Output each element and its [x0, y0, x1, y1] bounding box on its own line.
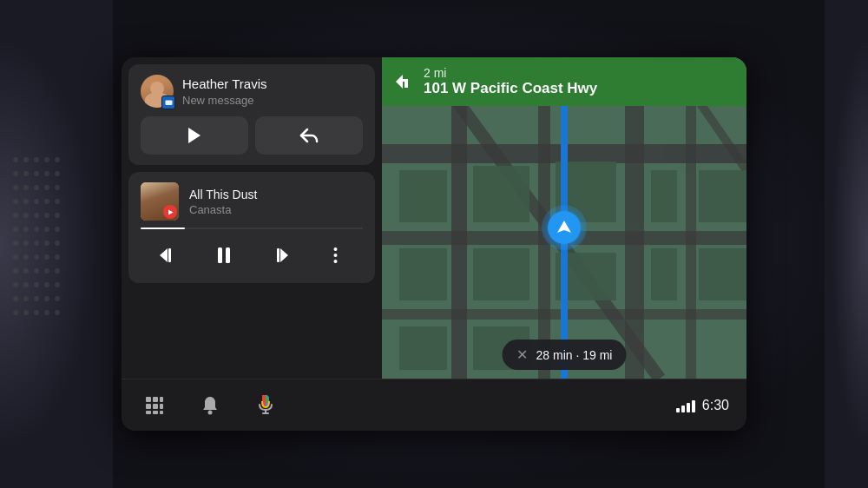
svg-rect-23: [473, 166, 529, 222]
more-icon: [333, 247, 338, 264]
svg-point-11: [333, 260, 337, 263]
svg-rect-42: [153, 404, 158, 409]
svg-marker-37: [557, 221, 571, 233]
next-button[interactable]: [262, 238, 297, 273]
music-badge-icon: [167, 208, 174, 216]
svg-rect-5: [218, 247, 222, 263]
message-badge: [161, 96, 175, 109]
speaker-grille: [13, 157, 82, 331]
bell-icon: [201, 395, 219, 416]
svg-rect-41: [146, 404, 151, 409]
time-display: 6:30: [702, 398, 729, 413]
pause-button[interactable]: [207, 238, 241, 273]
turn-arrow-icon: [391, 69, 415, 94]
status-area: 6:30: [676, 398, 729, 413]
svg-rect-26: [473, 248, 529, 300]
play-icon: [187, 127, 202, 144]
svg-rect-29: [699, 170, 746, 222]
marker-inner: [548, 211, 581, 244]
song-title: All This Dust: [189, 188, 363, 201]
svg-marker-1: [188, 128, 201, 143]
nav-header: 2 mi 101 W Pacific Coast Hwy: [382, 57, 746, 106]
left-panel: Heather Travis New message: [122, 57, 382, 379]
eta-separator: ·: [575, 348, 582, 362]
eta-info: 28 min · 19 mi: [536, 348, 613, 362]
svg-rect-46: [160, 411, 163, 414]
signal-bar-4: [692, 400, 695, 412]
nav-left: [139, 390, 281, 421]
svg-marker-7: [280, 248, 288, 262]
play-message-button[interactable]: [141, 116, 248, 155]
svg-rect-4: [168, 248, 171, 262]
screen-main: Heather Travis New message: [122, 57, 746, 379]
previous-icon: [159, 247, 178, 263]
svg-point-9: [333, 247, 337, 251]
nav-street: 101 W Pacific Coast Hwy: [424, 80, 734, 97]
eta-time: 28 min: [536, 348, 573, 362]
more-button[interactable]: [318, 238, 352, 273]
signal-bar-3: [687, 403, 690, 412]
album-art: [141, 182, 179, 221]
marker-outer: [542, 205, 587, 250]
apps-grid-icon: [145, 396, 164, 415]
notification-card: Heather Travis New message: [128, 64, 375, 165]
artist-name: Canasta: [189, 203, 363, 216]
svg-point-10: [333, 254, 337, 257]
music-text: All This Dust Canasta: [189, 188, 363, 216]
eta-card: ✕ 28 min · 19 mi: [503, 340, 627, 370]
android-auto-screen: Heather Travis New message: [122, 57, 746, 431]
map-panel: 2 mi 101 W Pacific Coast Hwy: [382, 57, 746, 379]
message-icon: [165, 100, 173, 106]
svg-rect-45: [153, 411, 158, 414]
reply-button[interactable]: [255, 116, 363, 155]
music-service-badge: [163, 205, 177, 219]
svg-rect-0: [165, 100, 172, 105]
nav-distance: 2 mi: [424, 66, 734, 80]
nav-info: 2 mi 101 W Pacific Coast Hwy: [424, 66, 734, 97]
next-icon: [270, 247, 289, 263]
reply-icon: [299, 128, 319, 143]
car-interior-left: [0, 0, 113, 488]
music-card: All This Dust Canasta: [128, 172, 375, 283]
music-info: All This Dust Canasta: [141, 182, 363, 221]
svg-rect-8: [277, 248, 279, 262]
apps-button[interactable]: [139, 390, 170, 421]
bottom-nav: 6:30: [122, 379, 746, 431]
svg-rect-22: [399, 170, 447, 222]
car-interior-right: [825, 0, 868, 488]
location-marker: [542, 205, 587, 250]
notifications-button[interactable]: [194, 390, 226, 421]
progress-bar[interactable]: [141, 228, 363, 229]
avatar-wrapper: [141, 75, 174, 108]
notification-actions: [141, 116, 363, 155]
eta-close-button[interactable]: ✕: [516, 346, 528, 363]
pause-icon: [216, 247, 232, 264]
svg-point-47: [208, 410, 213, 414]
car-background: Heather Travis New message: [0, 0, 868, 488]
assistant-button[interactable]: [250, 390, 281, 421]
navigation-arrow-icon: [556, 219, 573, 236]
sender-name: Heather Travis: [182, 76, 363, 92]
svg-rect-28: [651, 170, 677, 222]
signal-bar-2: [681, 406, 685, 412]
svg-rect-25: [399, 248, 447, 300]
svg-rect-39: [153, 397, 158, 402]
notification-text: Heather Travis New message: [182, 76, 363, 107]
svg-marker-3: [160, 248, 168, 262]
svg-rect-43: [160, 404, 163, 409]
previous-button[interactable]: [151, 238, 186, 273]
signal-bar-1: [676, 408, 680, 412]
notification-header: Heather Travis New message: [141, 75, 363, 108]
svg-rect-38: [146, 397, 151, 402]
progress-fill: [141, 228, 185, 229]
svg-rect-6: [226, 247, 230, 263]
svg-rect-32: [399, 326, 447, 370]
microphone-icon: [257, 394, 274, 417]
message-type: New message: [182, 94, 363, 107]
svg-rect-30: [651, 248, 677, 300]
svg-rect-31: [699, 248, 746, 300]
signal-icon: [676, 399, 695, 412]
svg-rect-44: [146, 411, 151, 414]
svg-rect-40: [160, 397, 163, 402]
eta-distance: 19 mi: [582, 348, 612, 362]
